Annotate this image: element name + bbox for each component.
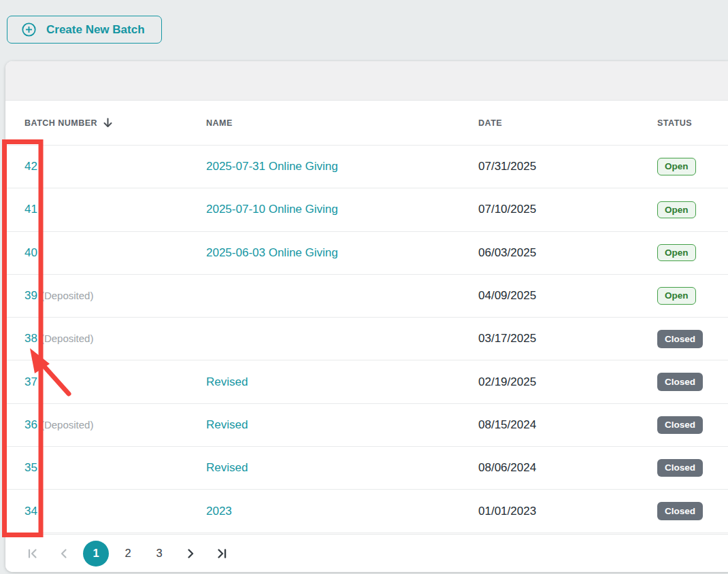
deposited-label: (Deposited) [41, 419, 94, 430]
batch-date: 07/10/2025 [478, 203, 657, 216]
status-badge: Open [657, 287, 696, 305]
table-row: 39(Deposited) 04/09/2025 Open [5, 275, 728, 318]
table-row: 37 Revised 02/19/2025 Closed [5, 360, 728, 403]
status-badge: Closed [657, 459, 703, 477]
create-new-batch-button[interactable]: Create New Batch [7, 16, 162, 44]
table-header-row: BATCH NUMBER NAME DATE STATUS [5, 101, 728, 146]
column-header-batch-number[interactable]: BATCH NUMBER [24, 117, 206, 129]
table-row: 38(Deposited) 03/17/2025 Closed [5, 318, 728, 360]
batch-date: 07/31/2025 [478, 160, 657, 173]
chevron-right-icon [182, 545, 199, 562]
last-page-button[interactable] [210, 541, 234, 566]
batch-date: 06/03/2025 [478, 246, 657, 260]
status-badge: Closed [657, 373, 703, 391]
batch-number-link[interactable]: 41 [24, 203, 37, 216]
column-header-date: DATE [478, 118, 657, 128]
batch-number-link[interactable]: 37 [24, 375, 37, 388]
first-page-button[interactable] [20, 541, 45, 566]
page-button-2[interactable]: 2 [116, 541, 140, 566]
batch-number-link[interactable]: 35 [24, 461, 37, 474]
table-row: 34 2023 01/01/2023 Closed [5, 490, 728, 533]
batch-date: 08/15/2024 [478, 418, 657, 432]
next-page-button[interactable] [178, 541, 203, 566]
table-row: 42 2025-07-31 Online Giving 07/31/2025 O… [5, 146, 728, 188]
batch-number-link[interactable]: 36 [24, 418, 37, 431]
page-button-3[interactable]: 3 [147, 541, 171, 566]
previous-page-button[interactable] [52, 541, 76, 566]
page-button-1[interactable]: 1 [83, 541, 109, 567]
batch-name-link[interactable]: Revised [206, 418, 248, 431]
status-badge: Closed [657, 330, 703, 348]
table-row: 35 Revised 08/06/2024 Closed [5, 447, 728, 490]
batch-date: 03/17/2025 [478, 332, 657, 345]
chevron-left-icon [56, 545, 72, 562]
batch-number-link[interactable]: 42 [24, 160, 37, 173]
sort-descending-icon [102, 117, 114, 129]
batch-number-link[interactable]: 34 [24, 505, 37, 518]
status-badge: Open [657, 244, 696, 262]
batch-name-link[interactable]: Revised [206, 375, 248, 388]
batch-date: 08/06/2024 [478, 461, 657, 475]
batch-date: 04/09/2025 [478, 289, 657, 303]
pagination-bar: 1 2 3 [5, 534, 728, 572]
status-badge: Open [657, 201, 696, 219]
batch-number-link[interactable]: 38 [24, 332, 37, 345]
last-page-icon [214, 545, 230, 562]
column-header-status: STATUS [657, 118, 728, 128]
batch-name-link[interactable]: Revised [206, 461, 248, 474]
create-new-batch-label: Create New Batch [46, 23, 145, 37]
table-row: 41 2025-07-10 Online Giving 07/10/2025 O… [5, 188, 728, 231]
first-page-icon [24, 545, 41, 562]
table-row: 40 2025-06-03 Online Giving 06/03/2025 O… [5, 232, 728, 275]
batches-card: BATCH NUMBER NAME DATE STATUS 42 2025-07… [5, 61, 728, 572]
batch-name-link[interactable]: 2025-06-03 Online Giving [206, 246, 338, 259]
batch-number-link[interactable]: 40 [24, 246, 37, 259]
status-badge: Closed [657, 502, 703, 520]
card-toolbar [5, 61, 728, 101]
status-badge: Open [657, 158, 696, 175]
deposited-label: (Deposited) [41, 333, 94, 344]
deposited-label: (Deposited) [41, 290, 94, 301]
batch-name-link[interactable]: 2023 [206, 505, 232, 518]
batch-date: 01/01/2023 [478, 505, 657, 518]
status-badge: Closed [657, 416, 703, 435]
table-row: 36(Deposited) Revised 08/15/2024 Closed [5, 404, 728, 447]
plus-circle-icon [21, 22, 37, 37]
batch-name-link[interactable]: 2025-07-10 Online Giving [206, 203, 338, 216]
batch-date: 02/19/2025 [478, 375, 657, 389]
column-header-name: NAME [206, 118, 478, 128]
batch-name-link[interactable]: 2025-07-31 Online Giving [206, 160, 338, 173]
table-body: 42 2025-07-31 Online Giving 07/31/2025 O… [5, 146, 728, 533]
batch-number-link[interactable]: 39 [24, 289, 37, 302]
